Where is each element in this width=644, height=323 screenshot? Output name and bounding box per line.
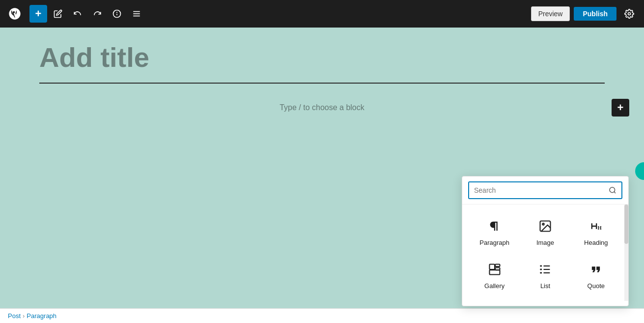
block-search-input[interactable] <box>469 182 604 198</box>
svg-point-7 <box>610 187 615 193</box>
quote-icon <box>586 261 606 278</box>
blocks-grid: Paragraph Image H Heading <box>462 205 628 301</box>
block-item-quote[interactable]: Quote <box>572 255 620 294</box>
breadcrumb-post[interactable]: Post <box>8 312 21 320</box>
block-placeholder-text[interactable]: Type / to choose a block <box>39 103 605 112</box>
svg-point-6 <box>628 12 631 15</box>
breadcrumb-separator: › <box>23 312 25 320</box>
toolbar-left: + <box>6 5 531 23</box>
wordpress-logo <box>6 5 24 23</box>
svg-rect-15 <box>489 270 500 274</box>
toolbar-right: Preview Publish <box>531 5 638 23</box>
toolbar: + Preview Publish <box>0 0 644 28</box>
picker-content: Paragraph Image H Heading <box>462 205 628 301</box>
block-item-image[interactable]: Image <box>521 211 569 251</box>
list-label: List <box>540 282 550 290</box>
block-item-heading[interactable]: H Heading <box>572 211 620 251</box>
info-button[interactable] <box>108 5 126 23</box>
settings-button[interactable] <box>620 5 638 23</box>
svg-line-8 <box>614 192 616 193</box>
block-item-gallery[interactable]: Gallery <box>470 255 519 294</box>
list-view-button[interactable] <box>128 5 145 23</box>
svg-rect-13 <box>495 264 500 267</box>
picker-scrollbar[interactable] <box>624 205 628 301</box>
image-label: Image <box>536 239 554 246</box>
picker-scrollbar-thumb <box>624 205 628 244</box>
paragraph-label: Paragraph <box>479 239 509 246</box>
breadcrumb-paragraph[interactable]: Paragraph <box>27 312 56 320</box>
preview-button[interactable]: Preview <box>531 6 570 21</box>
search-input-wrap <box>468 181 622 199</box>
block-search-row <box>462 176 628 205</box>
block-item-list[interactable]: List <box>521 255 569 294</box>
block-picker-popup: Paragraph Image H Heading <box>462 176 629 306</box>
quote-label: Quote <box>588 282 605 290</box>
breadcrumb: Post › Paragraph <box>0 308 644 323</box>
list-icon <box>535 261 555 278</box>
add-block-toolbar-button[interactable]: + <box>29 5 47 23</box>
title-divider <box>39 83 605 84</box>
block-item-paragraph[interactable]: Paragraph <box>470 211 519 251</box>
publish-button[interactable]: Publish <box>574 7 616 21</box>
paragraph-icon <box>485 217 504 235</box>
gallery-label: Gallery <box>484 282 504 290</box>
add-block-inline-button[interactable]: + <box>612 99 629 117</box>
svg-rect-12 <box>489 264 495 270</box>
heading-label: Heading <box>584 239 608 246</box>
edit-button[interactable] <box>49 5 67 23</box>
image-icon <box>535 217 555 235</box>
heading-icon: H <box>586 217 606 235</box>
undo-button[interactable] <box>69 5 86 23</box>
search-icon-button[interactable] <box>604 182 621 198</box>
svg-text:H: H <box>598 225 602 231</box>
redo-button[interactable] <box>88 5 106 23</box>
svg-point-10 <box>542 223 544 225</box>
block-placeholder-row: Type / to choose a block + <box>39 103 605 112</box>
gallery-icon <box>485 261 504 278</box>
post-title-placeholder[interactable]: Add title <box>39 42 605 73</box>
